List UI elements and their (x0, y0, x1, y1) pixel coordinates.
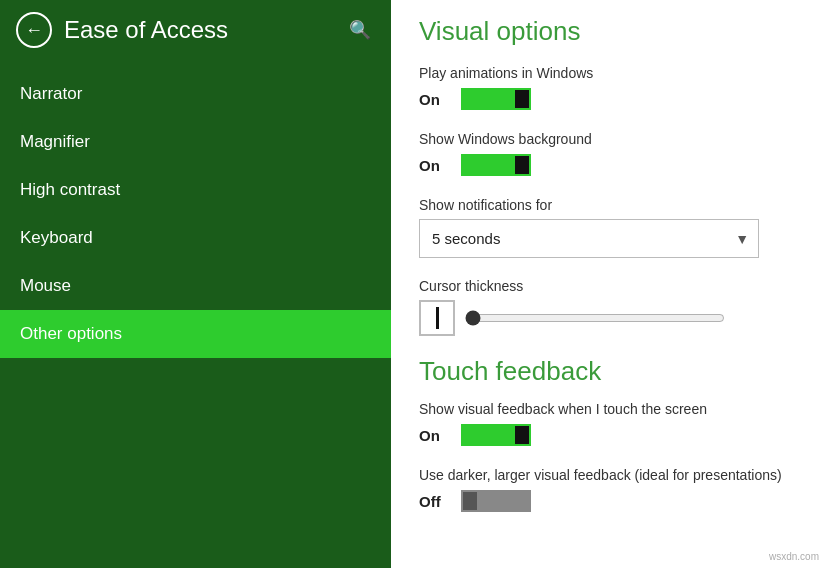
show-notifications-group: Show notifications for 5 seconds 7 secon… (419, 197, 799, 258)
show-background-toggle[interactable] (461, 153, 531, 177)
play-animations-toggle[interactable] (461, 87, 531, 111)
show-background-toggle-row: On (419, 153, 799, 177)
play-animations-state: On (419, 91, 451, 108)
cursor-thickness-slider-area (419, 300, 799, 336)
show-background-label: Show Windows background (419, 131, 799, 147)
notifications-dropdown-wrapper: 5 seconds 7 seconds 15 seconds 30 second… (419, 219, 759, 258)
toggle-track (461, 154, 531, 176)
sidebar-title: Ease of Access (64, 16, 228, 44)
show-feedback-state: On (419, 427, 451, 444)
darker-feedback-group: Use darker, larger visual feedback (idea… (419, 467, 799, 513)
play-animations-toggle-row: On (419, 87, 799, 111)
sidebar-item-keyboard[interactable]: Keyboard (0, 214, 391, 262)
cursor-thickness-slider[interactable] (465, 310, 725, 326)
darker-feedback-label: Use darker, larger visual feedback (idea… (419, 467, 799, 483)
toggle-track (461, 88, 531, 110)
sidebar-item-narrator[interactable]: Narrator (0, 70, 391, 118)
sidebar-item-high-contrast[interactable]: High contrast (0, 166, 391, 214)
toggle-thumb (515, 156, 529, 174)
darker-feedback-toggle-row: Off (419, 489, 799, 513)
show-feedback-toggle-row: On (419, 423, 799, 447)
darker-feedback-state: Off (419, 493, 451, 510)
back-button[interactable]: ← (16, 12, 52, 48)
show-background-group: Show Windows background On (419, 131, 799, 177)
sidebar-item-mouse[interactable]: Mouse (0, 262, 391, 310)
visual-options-title: Visual options (419, 16, 799, 47)
watermark: wsxdn.com (769, 551, 819, 562)
toggle-thumb (463, 492, 477, 510)
darker-feedback-toggle[interactable] (461, 489, 531, 513)
toggle-thumb (515, 90, 529, 108)
cursor-preview (419, 300, 455, 336)
cursor-thickness-label: Cursor thickness (419, 278, 799, 294)
play-animations-label: Play animations in Windows (419, 65, 799, 81)
play-animations-group: Play animations in Windows On (419, 65, 799, 111)
nav-list: Narrator Magnifier High contrast Keyboar… (0, 70, 391, 358)
toggle-track (461, 424, 531, 446)
toggle-thumb (515, 426, 529, 444)
touch-feedback-title: Touch feedback (419, 356, 799, 387)
notifications-dropdown[interactable]: 5 seconds 7 seconds 15 seconds 30 second… (419, 219, 759, 258)
sidebar-header: ← Ease of Access 🔍 (0, 0, 391, 60)
search-icon[interactable]: 🔍 (345, 15, 375, 45)
show-notifications-label: Show notifications for (419, 197, 799, 213)
show-feedback-toggle[interactable] (461, 423, 531, 447)
sidebar-item-magnifier[interactable]: Magnifier (0, 118, 391, 166)
toggle-track (461, 490, 531, 512)
show-feedback-group: Show visual feedback when I touch the sc… (419, 401, 799, 447)
main-content: Visual options Play animations in Window… (391, 0, 827, 568)
show-background-state: On (419, 157, 451, 174)
cursor-thickness-group: Cursor thickness (419, 278, 799, 336)
sidebar: ← Ease of Access 🔍 Narrator Magnifier Hi… (0, 0, 391, 568)
cursor-line (436, 307, 439, 329)
sidebar-item-other-options[interactable]: Other options (0, 310, 391, 358)
show-feedback-label: Show visual feedback when I touch the sc… (419, 401, 799, 417)
